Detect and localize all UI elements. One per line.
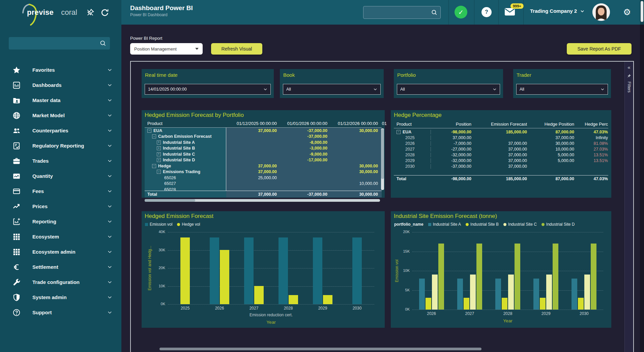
hedge-percentage-body: −EUA-98,000.00185,000.0087,000.0047.03%2… [394,129,608,175]
sidebar-item-fees[interactable]: Fees [0,184,121,199]
y-axis-tick: 20K [152,266,165,270]
chart-legend: Emission volHedge vol [145,222,200,227]
topbar: previse coral Dashboard Power BI Power B… [0,0,644,25]
page-title: Dashboard Power BI [130,4,193,12]
sidebar-item-ecosystem[interactable]: Ecosystem [0,229,121,244]
expand-node-icon[interactable]: + [157,146,161,150]
sidebar-item-label: Dashboards [32,82,107,88]
pin-off-icon[interactable] [86,8,95,17]
sidebar-item-ecosystem-admin[interactable]: Ecosystem admin [0,244,121,259]
sidebar-item-favorites[interactable]: Favorites [0,62,121,77]
chevron-down-icon [107,173,113,179]
sidebar-item-label: Settlement [32,264,107,270]
sidebar-item-reporting[interactable]: Reporting [0,214,121,229]
total-value: 30,000.00 [327,192,378,197]
bar-group [168,232,202,304]
y-axis-tick: 15K [396,249,410,253]
bar-groups [412,232,603,310]
x-axis-tick: 2030 [340,306,374,311]
refresh-icon[interactable] [100,8,109,17]
grid-icon [12,248,21,256]
page-scrollbar-thumb[interactable] [641,1,643,22]
global-search[interactable] [363,6,441,19]
collapse-filters-icon[interactable]: « [627,65,630,70]
sidebar-search-input[interactable] [9,41,99,46]
collapse-node-icon[interactable]: − [397,130,401,134]
sidebar-search[interactable] [9,37,110,50]
bar-industrial-site-b [502,298,507,310]
x-axis-tick: 2028 [489,311,527,316]
report-horizontal-scrollbar[interactable] [159,348,481,350]
horizontal-scrollbar[interactable] [145,199,380,202]
sidebar-item-label: Ecosystem admin [32,249,107,255]
bar-group [412,232,450,310]
cell-value: 27.03% [574,147,608,152]
global-search-input[interactable] [363,10,431,15]
cell-value: -37,000.00 [431,164,471,169]
bar-hedge-vol [323,295,332,304]
save-report-pdf-button[interactable]: Save Report As PDF [567,43,632,55]
bar-groups [168,232,374,304]
slicer-portfolio: PortfolioAll [394,69,503,98]
slicer-dropdown[interactable]: All [516,84,608,95]
expand-node-icon[interactable]: + [157,140,161,145]
collapse-node-icon[interactable]: − [147,129,151,133]
cell-value: 5,000.00 [527,158,574,163]
bar-industrial-site-a [419,279,425,310]
slicer-dropdown[interactable]: All [283,84,381,95]
hedge-percentage-total-row: Total-98,000.00185,000.0087,000.0047.03% [394,175,608,182]
sidebar-item-label: Reporting [32,219,107,224]
cell-value: Infinity [574,135,608,140]
collapse-node-icon[interactable]: − [157,170,161,174]
cell-value: 185,000.00 [471,130,527,134]
vertical-scrollbar[interactable] [381,128,384,190]
sidebar-item-system-admin[interactable]: System admin [0,290,121,305]
sidebar-item-trades[interactable]: Trades [0,153,121,168]
sidebar-item-support[interactable]: Support [0,305,121,320]
chevron-down-icon [580,8,585,14]
sidebar-item-counterparties[interactable]: Counterparties [0,123,121,138]
portfolio-matrix-title: Hedged Emission Forecast by Portfolio [142,110,385,119]
slicer-dropdown[interactable]: 14/01/2025 00:00:00 [145,84,271,95]
sidebar-item-label: Prices [32,203,107,209]
sidebar-item-master-data[interactable]: Master data [0,93,121,108]
help-icon[interactable]: ? [481,7,492,17]
expand-node-icon[interactable]: + [157,152,161,156]
sidebar-item-settlement[interactable]: Settlement [0,259,121,275]
user-avatar[interactable] [592,3,610,21]
slicer-dropdown[interactable]: All [397,84,500,95]
page-scrollbar[interactable] [640,0,644,352]
sidebar-item-market-model[interactable]: Market Model [0,108,121,123]
column-header: 01/12/2025 00:00:00 [226,121,277,126]
matrix-row: +Industrial Site C-9,000.00 [145,151,382,157]
cell-value: 37,000.00 [527,135,574,140]
report-select[interactable]: Position Management [130,43,203,55]
chart-photo-icon [12,172,21,181]
x-axis-tick: 2026 [202,306,237,311]
check-glyph: ✓ [458,8,464,16]
chevron-down-icon [373,87,378,92]
slicer-book: BookAll [280,69,384,98]
company-selector[interactable]: Trading Company 2 [530,8,585,14]
chart-title: Hedged Emission Forecast [142,211,385,220]
bar-emission-vol [279,237,288,304]
sidebar-item-regulatory-reporting[interactable]: Regulatory Reporting [0,138,121,153]
sidebar-item-prices[interactable]: Prices [0,199,121,214]
sidebar-item-dashboards[interactable]: Dashboards [0,77,121,93]
pin-icon[interactable] [627,74,631,78]
gear-icon[interactable]: ⚙ [623,7,631,18]
status-check-icon[interactable]: ✓ [455,6,467,19]
cell-value: 37,000.00 [431,135,471,140]
slicer-title: Trader [513,69,611,78]
collapse-node-icon[interactable]: − [152,134,156,138]
refresh-visual-button[interactable]: Refresh Visual [211,43,262,55]
sidebar-item-trade-configuration[interactable]: Trade configuration [0,275,121,290]
hedge-percentage-title: Hedge Percentage [391,110,611,119]
sidebar-item-quantity[interactable]: Quantity [0,168,121,184]
collapse-node-icon[interactable]: − [152,164,156,168]
app-logo[interactable]: previse coral [27,0,77,25]
expand-node-icon[interactable]: + [157,158,161,162]
globe-icon [12,111,21,120]
mail-icon[interactable]: 999+ [504,7,516,17]
bar-industrial-site-d [515,244,520,310]
